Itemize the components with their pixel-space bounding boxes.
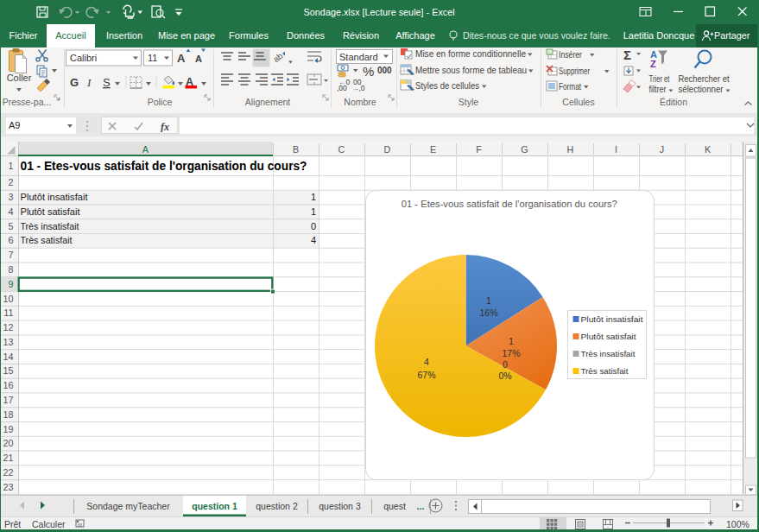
svg-text:1: 1 [8, 161, 13, 171]
svg-text:10: 10 [3, 294, 13, 304]
svg-text:ab: ab [271, 51, 285, 65]
svg-text:Coller: Coller [7, 73, 32, 83]
svg-text:0: 0 [503, 359, 508, 370]
svg-text:G: G [70, 76, 79, 89]
svg-text:9: 9 [8, 279, 13, 289]
svg-text:11: 11 [3, 307, 13, 318]
svg-text:Z: Z [650, 59, 656, 69]
svg-text:2: 2 [8, 177, 13, 187]
svg-text:S: S [103, 76, 111, 89]
svg-text:20: 20 [3, 438, 13, 448]
svg-text:000: 000 [377, 66, 392, 75]
svg-text:Plutôt satisfait: Plutôt satisfait [581, 332, 636, 341]
svg-text:1: 1 [311, 206, 316, 217]
svg-text:22: 22 [3, 467, 13, 478]
svg-text:1: 1 [509, 336, 514, 346]
svg-text:3: 3 [8, 192, 13, 202]
svg-text:19: 19 [3, 424, 13, 434]
svg-text:H: H [567, 144, 574, 155]
svg-text:15: 15 [3, 365, 13, 376]
svg-text:01 - Etes-vous satisfait de l': 01 - Etes-vous satisfait de l'organisati… [402, 199, 617, 209]
svg-text:B: B [293, 144, 299, 155]
svg-text:Rechercher et: Rechercher et [679, 73, 730, 84]
svg-text:Très insatisfait: Très insatisfait [21, 221, 79, 231]
svg-text:F: F [476, 144, 482, 155]
svg-text:0: 0 [311, 221, 316, 231]
svg-text:→,0: →,0 [351, 84, 365, 92]
svg-text:7: 7 [8, 250, 13, 260]
svg-text:17: 17 [3, 395, 13, 405]
svg-text:K: K [705, 144, 712, 155]
svg-text:,00: ,00 [337, 84, 347, 92]
svg-text:G: G [521, 144, 528, 155]
svg-text:Plutôt insatisfait: Plutôt insatisfait [21, 192, 88, 202]
svg-text:Très satisfait: Très satisfait [581, 366, 629, 376]
svg-text:filtrer: filtrer [649, 84, 667, 94]
svg-text:Très insatisfait: Très insatisfait [581, 349, 636, 358]
svg-text:Très satisfait: Très satisfait [21, 235, 73, 245]
svg-text:Supprimer: Supprimer [559, 66, 590, 76]
svg-text:Mise en forme conditionnelle: Mise en forme conditionnelle [415, 48, 526, 59]
svg-text:fx: fx [161, 121, 169, 133]
svg-text:01 - Etes-vous satisfait de l': 01 - Etes-vous satisfait de l'organisati… [21, 159, 307, 173]
svg-text:I: I [615, 144, 617, 155]
svg-text:23: 23 [3, 482, 13, 492]
svg-text:Format: Format [559, 81, 581, 92]
svg-text:21: 21 [3, 453, 13, 463]
svg-text:4: 4 [311, 235, 316, 245]
svg-text:Trier et: Trier et [649, 73, 670, 84]
svg-text:8: 8 [8, 264, 13, 275]
svg-text:Insérer: Insérer [559, 49, 582, 60]
svg-text:67%: 67% [417, 370, 435, 380]
svg-text:A: A [177, 52, 186, 65]
svg-text:Σ: Σ [623, 48, 631, 62]
svg-text:sélectionner: sélectionner [679, 84, 724, 94]
svg-text:16%: 16% [479, 307, 497, 318]
svg-text:5: 5 [8, 221, 13, 231]
svg-text:13: 13 [3, 337, 13, 347]
svg-text:4: 4 [8, 206, 13, 217]
svg-text:%: % [363, 64, 374, 79]
svg-text:C: C [338, 144, 345, 155]
svg-text:J: J [660, 144, 664, 155]
svg-text:E: E [430, 144, 436, 155]
svg-text:12: 12 [3, 322, 13, 332]
svg-text:D: D [384, 144, 391, 155]
svg-text:Mettre sous forme de tableau: Mettre sous forme de tableau [415, 65, 527, 75]
svg-text:4: 4 [424, 357, 429, 367]
svg-text:Plutôt insatisfait: Plutôt insatisfait [581, 314, 643, 324]
svg-text:1: 1 [311, 192, 316, 202]
svg-text:Calibri: Calibri [70, 53, 97, 63]
svg-text:16: 16 [3, 380, 13, 390]
svg-text:17%: 17% [502, 348, 520, 358]
svg-text:18: 18 [3, 409, 13, 420]
svg-text:6: 6 [8, 235, 13, 245]
svg-text:Standard: Standard [339, 52, 378, 62]
svg-text:11: 11 [148, 53, 157, 63]
svg-text:A: A [195, 54, 202, 64]
svg-text:Plutôt satisfait: Plutôt satisfait [21, 206, 80, 217]
svg-text:A: A [142, 144, 149, 155]
svg-text:Styles de cellules: Styles de cellules [415, 80, 479, 91]
svg-text:0%: 0% [498, 370, 511, 381]
svg-text:1: 1 [486, 295, 491, 306]
svg-text:14: 14 [3, 352, 13, 362]
svg-text:I: I [86, 76, 92, 89]
